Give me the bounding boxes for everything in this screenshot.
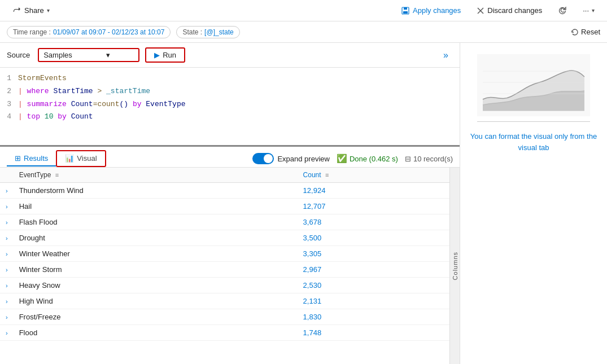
row-expand-arrow[interactable]: › <box>0 278 14 293</box>
tab-visual-wrapper: 📊 Visual <box>56 150 106 167</box>
source-chevron-icon: ▾ <box>106 51 110 59</box>
row-expand-arrow[interactable]: › <box>0 325 14 341</box>
top-toolbar: Share ▾ Apply changes Discard changes <box>0 0 607 21</box>
code-token: Count <box>71 112 93 121</box>
col-header-arrow <box>0 168 14 183</box>
source-value: Samples <box>43 51 72 59</box>
cell-count: 12,707 <box>298 199 460 214</box>
expand-button[interactable]: » <box>439 50 453 60</box>
more-chevron-icon: ▾ <box>592 7 595 14</box>
table-row[interactable]: ›Winter Storm2,967 <box>0 262 460 278</box>
row-expand-arrow[interactable]: › <box>0 246 14 262</box>
table-row[interactable]: ›Thunderstorm Wind12,924 <box>0 183 460 199</box>
expand-preview-label: Expand preview <box>277 155 330 163</box>
code-token: StormEvents <box>18 74 67 82</box>
code-line: 1StormEvents <box>0 72 460 85</box>
state-label: State : <box>182 28 202 36</box>
line-number: 1 <box>0 73 18 85</box>
visual-preview <box>477 54 590 122</box>
row-expand-arrow[interactable]: › <box>0 183 14 199</box>
code-token: by <box>58 112 71 121</box>
cell-event-type: Frost/Freeze <box>14 309 298 325</box>
code-token: | <box>18 112 27 121</box>
filter-bar: Time range : 01/09/07 at 09:07 - 02/12/2… <box>0 21 607 43</box>
run-button-wrapper: ▶ Run <box>145 47 185 63</box>
row-expand-arrow[interactable]: › <box>0 262 14 278</box>
filter-count-icon[interactable]: ≡ <box>325 172 329 178</box>
filter-event-type-icon[interactable]: ≡ <box>55 172 59 178</box>
tabs-right: Expand preview ✅ Done (0.462 s) ⊟ 10 rec… <box>252 153 453 164</box>
row-expand-arrow[interactable]: › <box>0 309 14 325</box>
col-header-count[interactable]: Count ≡ <box>298 168 460 183</box>
row-expand-arrow[interactable]: › <box>0 214 14 230</box>
col-header-event-type[interactable]: EventType ≡ <box>14 168 298 183</box>
reset-button[interactable]: Reset <box>571 28 600 36</box>
apply-changes-button[interactable]: Apply changes <box>395 4 466 17</box>
share-label: Share <box>24 6 44 15</box>
row-expand-arrow[interactable]: › <box>0 199 14 214</box>
state-filter[interactable]: State : [@]_state <box>176 26 239 38</box>
source-label: Source <box>7 51 30 59</box>
code-token: EventType <box>146 100 185 108</box>
code-token: | <box>18 100 27 108</box>
cell-event-type: Hail <box>14 199 298 214</box>
reset-label: Reset <box>581 28 600 36</box>
visual-chart <box>477 54 590 116</box>
more-icon: ··· <box>583 6 589 15</box>
table-row[interactable]: ›Drought3,500 <box>0 230 460 246</box>
cell-event-type: Flood <box>14 325 298 341</box>
cell-count: 2,530 <box>298 278 460 293</box>
time-range-label: Time range : <box>13 28 51 36</box>
code-token: _startTime <box>106 87 150 95</box>
refresh-icon <box>558 6 567 15</box>
expand-preview-toggle[interactable] <box>252 153 274 164</box>
time-range-filter[interactable]: Time range : 01/09/07 at 09:07 - 02/12/2… <box>7 26 171 38</box>
refresh-button[interactable] <box>552 4 573 17</box>
table-row[interactable]: ›Flash Flood3,678 <box>0 214 460 230</box>
line-number: 2 <box>0 86 18 98</box>
tab-visual-label: Visual <box>77 154 97 163</box>
line-number: 3 <box>0 99 18 111</box>
table-container: EventType ≡ Count ≡ ›Thunderstorm Wind12… <box>0 168 460 364</box>
table-row[interactable]: ›Heavy Snow2,530 <box>0 278 460 293</box>
cell-count: 3,305 <box>298 246 460 262</box>
table-row[interactable]: ›Frost/Freeze1,830 <box>0 309 460 325</box>
source-select[interactable]: Samples ▾ <box>38 48 139 62</box>
table-row[interactable]: ›Winter Weather3,305 <box>0 246 460 262</box>
cell-count: 1,830 <box>298 309 460 325</box>
code-token: where <box>27 87 54 95</box>
tab-results[interactable]: ⊞ Results <box>7 151 56 166</box>
state-value: [@]_state <box>204 28 234 36</box>
discard-changes-label: Discard changes <box>487 6 542 15</box>
columns-handle[interactable]: Columns <box>449 168 460 364</box>
row-expand-arrow[interactable]: › <box>0 230 14 246</box>
main-content: Source Samples ▾ ▶ Run » 1StormEvents2| … <box>0 43 607 364</box>
line-code: | top 10 by Count <box>18 111 460 123</box>
save-icon <box>401 6 410 15</box>
toggle-circle <box>264 154 273 163</box>
cell-event-type: Heavy Snow <box>14 278 298 293</box>
toolbar-left: Share ▾ <box>7 4 55 17</box>
code-line: 2| where StartTime > _startTime <box>0 85 460 98</box>
more-options-button[interactable]: ··· ▾ <box>577 4 600 17</box>
records-icon: ⊟ <box>405 155 411 163</box>
cell-event-type: Thunderstorm Wind <box>14 183 298 199</box>
tab-results-label: Results <box>24 154 48 163</box>
toolbar-right: Apply changes Discard changes ··· ▾ <box>395 4 600 17</box>
run-button[interactable]: ▶ Run <box>146 49 184 62</box>
table-row[interactable]: ›Hail12,707 <box>0 199 460 214</box>
code-editor[interactable]: 1StormEvents2| where StartTime > _startT… <box>0 68 460 147</box>
code-token: by <box>133 100 146 108</box>
discard-changes-button[interactable]: Discard changes <box>471 4 548 17</box>
source-run-bar: Source Samples ▾ ▶ Run » <box>0 43 460 68</box>
tab-visual[interactable]: 📊 Visual <box>57 151 104 166</box>
grid-icon: ⊞ <box>15 154 21 163</box>
share-button[interactable]: Share ▾ <box>7 4 55 17</box>
expand-preview-toggle-wrapper: Expand preview <box>252 153 330 164</box>
code-token: StartTime <box>53 87 97 95</box>
table-row[interactable]: ›Flood1,748 <box>0 325 460 341</box>
table-row[interactable]: ›High Wind2,131 <box>0 293 460 309</box>
code-token: 10 <box>45 112 58 121</box>
row-expand-arrow[interactable]: › <box>0 293 14 309</box>
records-label: 10 record(s) <box>413 155 453 163</box>
